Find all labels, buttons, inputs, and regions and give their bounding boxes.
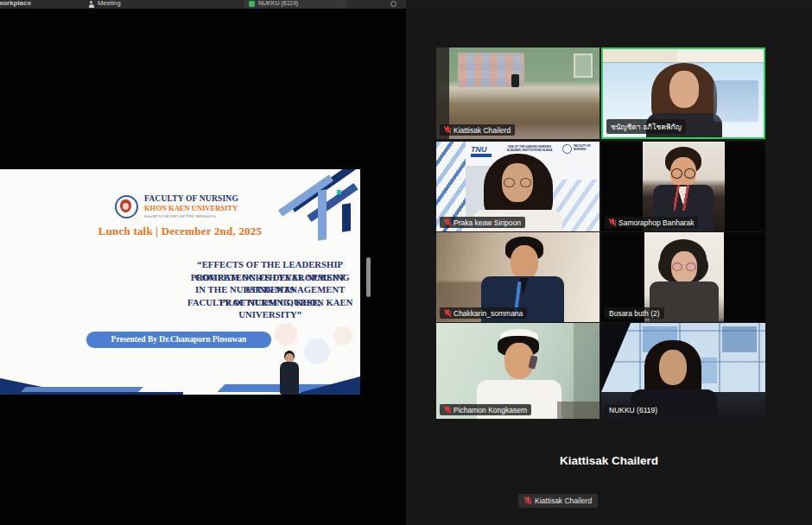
participant-name: Kiattisak Chailerd [454, 126, 511, 135]
participant-tile[interactable]: Chakkarin_sommana [436, 232, 599, 322]
video-grid: Kiattisak Chailerd ชนัญชิดา อภิโชคพิกัญ [436, 47, 765, 419]
active-speaker-mic-pill: Kiattisak Chailerd [518, 494, 598, 508]
participant-nametag: Chakkarin_sommana [440, 307, 527, 319]
person-figure [669, 71, 699, 108]
participant-tile[interactable]: NUKKU (6119) [601, 323, 765, 419]
tnu-logo-bar [471, 154, 492, 157]
person-figure [502, 163, 533, 202]
participant-tile[interactable]: Kiattisak Chailerd [436, 47, 599, 139]
participant-name: ชนัญชิดา อภิโชคพิกัญ [611, 121, 682, 133]
top-bar-right-area [406, 0, 812, 9]
participant-tile-active-speaker[interactable]: ชนัญชิดา อภิโชคพิกัญ [601, 47, 765, 139]
muted-mic-icon [444, 218, 451, 227]
slide-decor-corner [0, 392, 183, 395]
participant-nametag: NUKKU (6119) [605, 404, 662, 415]
event-date-line: Lunch talk | December 2nd, 2025 [0, 225, 360, 238]
top-tab-bar: workplace Meeting NUKKU (6119) [0, 0, 812, 9]
slide-doodle [304, 338, 330, 364]
meeting-app-icon [249, 1, 255, 7]
muted-mic-icon [444, 309, 451, 318]
participant-tile[interactable]: TNU ONE OF THE LEADING NURSING ACADEMIC … [436, 142, 599, 231]
shared-screen-panel: FACULTY OF NURSING KHON KAEN UNIVERSITY … [0, 9, 406, 525]
tnu-logo: TNU [471, 145, 487, 154]
tab-meeting[interactable]: Meeting [98, 0, 121, 7]
slide-decor-dot [337, 190, 341, 194]
participant-nametag: ชนัญชิดา อภิโชคพิกัญ [606, 119, 686, 134]
room-window [574, 54, 593, 78]
active-speaker-pill-name: Kiattisak Chailerd [535, 497, 592, 505]
muted-mic-icon [444, 126, 451, 135]
meeting-window: workplace Meeting NUKKU (6119) FACULTY O… [0, 0, 812, 525]
presenter-banner: Presented By Dr.Chanaporn Pinsuwan [86, 332, 271, 348]
person-figure [511, 245, 538, 280]
participant-nametag: Pichamon Kongkasem [440, 404, 531, 415]
muted-mic-icon [444, 406, 451, 414]
participant-nametag: Busara buth (2) [605, 307, 664, 319]
slide-doodle [275, 323, 297, 345]
participant-name: Busara buth (2) [609, 309, 660, 318]
tab-session-label: NUKKU (6119) [258, 0, 298, 6]
university-name: KHON KAEN UNIVERSITY [144, 204, 238, 212]
participant-nametag: Samoraphop Banharak [605, 217, 698, 228]
person-figure [671, 251, 697, 283]
person-figure [659, 350, 687, 385]
person-icon [88, 1, 94, 8]
university-name-thai: คณะพยาบาลศาสตร์ มหาวิทยาลัยขอนแก่น [144, 213, 216, 219]
faculty-name: FACULTY OF NURSING [144, 194, 238, 203]
participant-name: Pichamon Kongkasem [454, 406, 527, 414]
participant-tile[interactable]: Samoraphop Banharak [601, 142, 765, 231]
faculty-logo [562, 144, 572, 154]
tab-workplace[interactable]: workplace [0, 0, 31, 7]
muted-mic-icon [609, 218, 616, 227]
vision-text: ONE OF THE LEADING NURSING ACADEMIC INST… [504, 145, 555, 152]
projected-gallery-cell [722, 326, 757, 352]
participant-nametag: Praka keaw Siripoon [440, 217, 525, 228]
clock-icon [390, 1, 396, 7]
university-logo [115, 195, 138, 218]
slide-title-line: FACULTY OF NURSING, KHON KAEN UNIVERSITY… [181, 297, 361, 322]
participant-tile[interactable]: Busara buth (2) [601, 232, 765, 322]
slide-title: “EFFECTS OF THE LEADERSHIP COMPETENCIES … [0, 259, 360, 297]
participant-nametag: Kiattisak Chailerd [440, 124, 515, 136]
muted-mic-icon [524, 497, 531, 505]
participant-name: Praka keaw Siripoon [454, 218, 521, 227]
active-speaker-name: Kiattisak Chailerd [406, 454, 812, 467]
tab-session[interactable]: NUKKU (6119) [244, 0, 347, 9]
participant-name: NUKKU (6119) [609, 406, 657, 414]
participant-tile[interactable]: Pichamon Kongkasem [436, 323, 599, 419]
faculty-text: FACULTY OF NURSING [574, 144, 599, 151]
presentation-slide: FACULTY OF NURSING KHON KAEN UNIVERSITY … [0, 169, 360, 395]
room-person-figure [511, 74, 519, 87]
slide-doodle [333, 326, 352, 345]
participants-panel: Kiattisak Chailerd ชนัญชิดา อภิโชคพิกัญ [406, 9, 812, 525]
participant-name: Samoraphop Banharak [619, 218, 694, 227]
scrollbar-thumb[interactable] [366, 257, 371, 297]
participant-name: Chakkarin_sommana [454, 309, 523, 318]
presenter-webcam-figure [278, 353, 301, 395]
person-figure [670, 157, 696, 188]
